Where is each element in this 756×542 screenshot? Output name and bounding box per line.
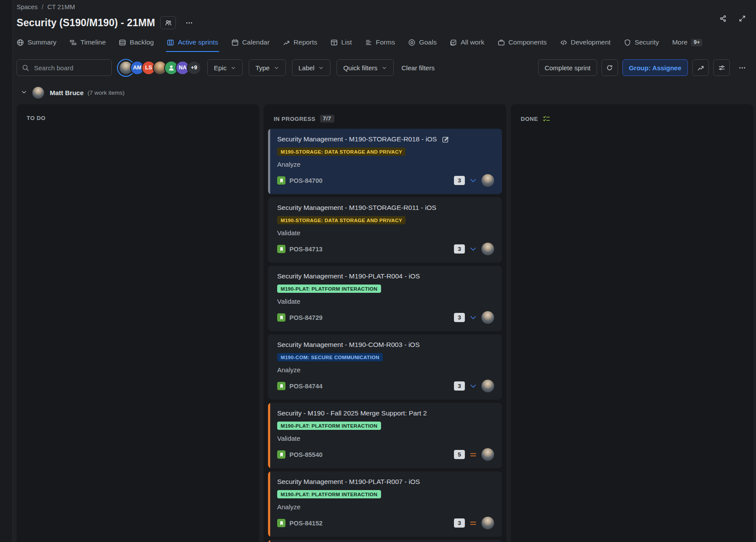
column-inprogress: IN PROGRESS7/7Security Management - M190…	[264, 104, 506, 542]
globe-icon	[17, 39, 24, 46]
swimlane-collapse-button[interactable]	[20, 89, 28, 97]
board-more-button[interactable]	[734, 60, 750, 75]
clear-filters-button[interactable]: Clear filters	[400, 64, 436, 72]
filter-label-dropdown[interactable]: Label	[292, 59, 331, 76]
chevron-down-icon	[21, 89, 27, 96]
tab-bar: SummaryTimelineBacklogActive sprintsCale…	[17, 38, 756, 52]
tab-label: Development	[571, 38, 611, 46]
board-card[interactable]: Security Management - M190-PLAT-R007 - i…	[268, 471, 502, 537]
card-title: Security Management - M190-PLAT-R004 - i…	[277, 272, 420, 280]
list-icon	[330, 39, 338, 46]
priority-low-icon	[469, 382, 478, 391]
card-status: Validate	[277, 298, 494, 305]
breadcrumb-spaces[interactable]: Spaces	[17, 3, 38, 10]
story-type-icon	[277, 382, 285, 390]
ellipsis-icon	[739, 64, 746, 72]
tab-label: Reports	[294, 38, 317, 46]
card-status: Analyze	[277, 161, 494, 168]
column-cards-todo	[17, 127, 259, 132]
complete-sprint-button[interactable]: Complete sprint	[538, 59, 597, 76]
tab-timeline[interactable]: Timeline	[69, 38, 106, 52]
filter-quick-filters-dropdown[interactable]: Quick filters	[337, 59, 393, 76]
title-more-button[interactable]	[181, 15, 197, 31]
board-toolbar: AMLSNA+9 EpicTypeLabelQuick filters Clea…	[17, 59, 756, 76]
tab-list[interactable]: List	[330, 38, 352, 52]
card-assignee-avatar[interactable]	[481, 517, 494, 529]
card-assignee-avatar[interactable]	[481, 380, 494, 392]
tab-calendar[interactable]: Calendar	[231, 38, 270, 52]
tab-components[interactable]: Components	[498, 38, 547, 52]
group-by-button[interactable]: Group: Assignee	[622, 59, 688, 76]
tab-label: List	[341, 38, 352, 46]
story-type-icon	[277, 176, 285, 185]
filter-type-dropdown[interactable]: Type	[249, 59, 286, 76]
priority-medium-icon	[469, 450, 478, 459]
avatar-9[interactable]: +9	[187, 61, 201, 75]
tab-security[interactable]: Security	[624, 38, 659, 52]
fullscreen-button[interactable]	[734, 10, 750, 26]
board-card[interactable]: Security - M190 - Fall 2025 Merge Suppor…	[268, 403, 502, 468]
card-status: Analyze	[277, 503, 494, 511]
filter-epic-dropdown[interactable]: Epic	[207, 59, 243, 76]
tab-all-work[interactable]: All work	[450, 38, 484, 52]
chevron-down-icon	[230, 65, 236, 71]
swimlane-count: (7 work items)	[88, 89, 125, 96]
card-accent-bar	[268, 403, 270, 468]
column-todo: TO DO	[17, 104, 259, 542]
card-accent-bar	[268, 540, 270, 542]
card-label-chip: M190-PLAT: PLATFORM INTERACTION	[277, 422, 381, 430]
card-status: Validate	[277, 435, 494, 442]
board-card[interactable]: Security Management - M190-STORAGE-R018 …	[268, 129, 502, 194]
board-card[interactable]: Security Management - M190-STORAGE-R011 …	[268, 197, 502, 263]
tab-forms[interactable]: Forms	[365, 38, 395, 52]
tab-reports[interactable]: Reports	[283, 38, 317, 52]
board-icon	[167, 39, 174, 46]
collaborators-button[interactable]	[160, 16, 176, 29]
search-input[interactable]	[33, 64, 107, 72]
tab-summary[interactable]: Summary	[17, 38, 56, 52]
board-card[interactable]: Security Management - M190-PLAT-R004 - i…	[268, 266, 502, 331]
project-header: Spaces / CT 21MM Security (S190/M190) - …	[13, 0, 756, 76]
breadcrumb-project[interactable]: CT 21MM	[47, 3, 75, 10]
card-accent-bar	[268, 129, 270, 194]
person-icon	[168, 64, 175, 72]
card-key: POS-84152	[289, 520, 323, 527]
story-points-badge: 3	[454, 176, 465, 185]
story-type-icon	[277, 519, 285, 527]
card-label-chip: M190-COM: SECURE COMMUNICATION	[277, 353, 383, 361]
forms-icon	[365, 39, 372, 46]
bookmark-icon	[279, 384, 284, 389]
tab-goals[interactable]: Goals	[408, 38, 437, 52]
card-assignee-avatar[interactable]	[481, 311, 494, 324]
tab-more[interactable]: More9+	[672, 38, 703, 52]
story-points-badge: 3	[454, 518, 465, 528]
card-assignee-avatar[interactable]	[481, 174, 494, 187]
story-type-icon	[277, 313, 285, 322]
board-columns: TO DOIN PROGRESS7/7Security Management -…	[13, 104, 756, 542]
card-assignee-avatar[interactable]	[481, 448, 494, 461]
view-settings-button[interactable]	[713, 59, 730, 76]
sync-button[interactable]	[601, 59, 618, 76]
collapsed-sidebar-rail	[0, 0, 13, 542]
share-icon	[719, 15, 727, 22]
goals-icon	[408, 39, 416, 46]
share-button[interactable]	[715, 10, 731, 26]
tab-backlog[interactable]: Backlog	[119, 38, 154, 52]
edit-icon[interactable]	[442, 136, 449, 143]
card-status: Validate	[277, 229, 494, 237]
card-assignee-avatar[interactable]	[481, 243, 494, 255]
card-title: Security - M190 - Fall 2025 Merge Suppor…	[277, 409, 427, 417]
card-title: Security Management - M190-COM-R003 - iO…	[277, 341, 419, 349]
board-card[interactable]: Security Management - M190-COM-R003 - iO…	[268, 334, 502, 400]
priority-low-icon	[469, 313, 478, 322]
tab-development[interactable]: Development	[560, 38, 611, 52]
tab-active-sprints[interactable]: Active sprints	[167, 38, 218, 52]
insights-button[interactable]	[692, 59, 709, 76]
people-group-icon	[165, 19, 172, 27]
board-card[interactable]	[268, 540, 502, 542]
header-actions	[715, 10, 750, 26]
card-key: POS-85540	[289, 451, 323, 458]
chart-line-icon	[697, 64, 704, 72]
tab-label: Goals	[419, 38, 437, 46]
column-title: TO DO	[27, 115, 45, 121]
